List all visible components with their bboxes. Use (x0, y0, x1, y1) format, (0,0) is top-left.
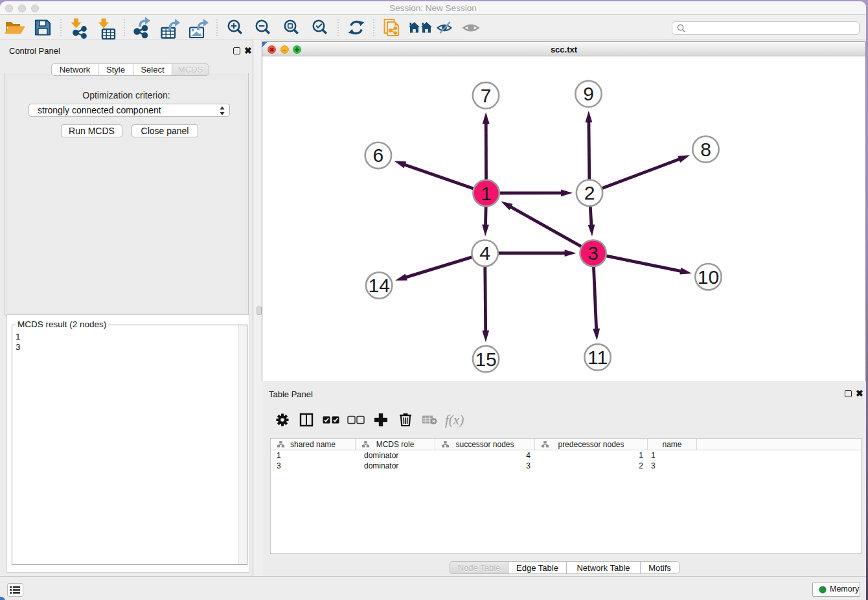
svg-text:9: 9 (583, 83, 594, 104)
svg-text:3: 3 (588, 242, 599, 264)
svg-text:6: 6 (373, 144, 384, 166)
svg-text:8: 8 (700, 139, 711, 160)
svg-text:14: 14 (369, 275, 390, 296)
svg-text:11: 11 (588, 347, 608, 368)
svg-text:2: 2 (584, 182, 595, 203)
svg-text:1: 1 (481, 183, 492, 204)
svg-text:15: 15 (475, 349, 496, 370)
svg-text:f(x): f(x) (445, 412, 464, 428)
svg-text:7: 7 (481, 85, 492, 106)
svg-text:4: 4 (479, 242, 490, 264)
svg-text:10: 10 (698, 266, 719, 288)
